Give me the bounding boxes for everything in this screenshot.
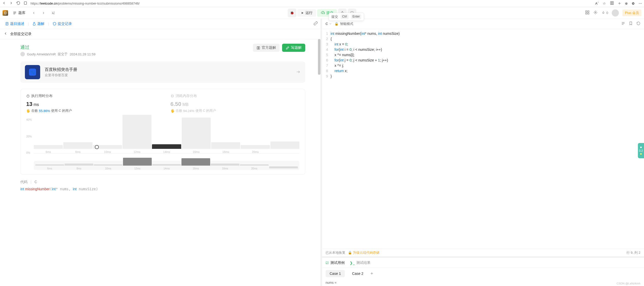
split-icon[interactable] [610, 1, 614, 6]
code-label: 代码 [20, 180, 27, 184]
runtime-stat[interactable]: 执行用时分布 13 ms 🖐 击败 55.86% 使用 C 的用户 [26, 94, 155, 113]
favorite-icon[interactable]: ☆ [603, 2, 606, 5]
extension-icon[interactable]: ✿ [632, 2, 635, 5]
user-avatar[interactable] [612, 9, 619, 17]
submitter-name[interactable]: Goofy AlmeidaVmR [27, 52, 56, 56]
forward-button[interactable] [9, 1, 13, 6]
code-preview: int missingNumber(int* nums, int numsSiz… [20, 187, 305, 191]
url-bar[interactable]: https://leetcode.cn/problems/missing-num… [30, 2, 592, 5]
addon-icon[interactable]: ⊕ [625, 2, 628, 5]
language-select[interactable]: C [326, 22, 332, 26]
back-to-list-button[interactable] [4, 31, 8, 36]
svg-rect-5 [586, 11, 587, 12]
left-tabs: 题目描述 | 题解 | 提交记录 [0, 19, 320, 29]
submissions-header: 全部提交记录 [0, 29, 320, 39]
code-editor[interactable]: 123456789 int missingNumber(int* nums, i… [322, 29, 644, 249]
svg-rect-0 [24, 2, 26, 5]
layout-button[interactable] [585, 10, 590, 15]
submitter-avatar-icon [20, 52, 25, 56]
watermark: CSDN @LaNzikinh [617, 282, 640, 285]
check-icon: ☑ [326, 261, 329, 265]
svg-rect-12 [171, 95, 173, 97]
code-lang: C [35, 180, 37, 184]
problems-library-button[interactable]: 题库 [10, 10, 28, 16]
arrow-right-icon [296, 69, 301, 75]
memory-stat[interactable]: 消耗内存分布 6.50 MB 🖐 击败 94.24% 使用 C 的用户 [171, 94, 300, 113]
svg-rect-6 [588, 11, 589, 12]
leetcode-logo[interactable]: ⟨⟩ [3, 10, 8, 16]
cursor-position: 行 9, 列 2 [626, 250, 640, 255]
run-button[interactable]: 运行 [297, 9, 316, 17]
feedback-widget[interactable]: 0.2 [638, 143, 644, 158]
random-problem-button[interactable] [49, 9, 57, 17]
editor-status-bar: 已从本地恢复 🔒 升级云端代码存储 行 9, 列 2 [322, 249, 644, 256]
text-size-icon[interactable]: A⁺ [595, 1, 599, 5]
lock-icon: 🔒 [348, 251, 352, 255]
format-button[interactable] [621, 21, 625, 26]
promo-image: 🐾 [25, 65, 40, 79]
share-link-icon[interactable] [313, 21, 318, 26]
promo-title: 百度秋招突击手册 [45, 67, 77, 72]
stats-card: 执行用时分布 13 ms 🖐 击败 55.86% 使用 C 的用户 [20, 89, 305, 175]
site-info-icon[interactable] [23, 1, 27, 6]
svg-point-9 [595, 12, 596, 13]
settings-button[interactable] [593, 10, 598, 15]
restore-notice: 已从本地恢复 [326, 250, 345, 255]
submit-tooltip: 提交 Ctrl Enter [329, 13, 364, 21]
test-input-label: nums = [322, 279, 644, 286]
smart-mode-indicator[interactable]: 🔒 智能模式 [334, 22, 353, 26]
official-solution-button[interactable]: 官方题解 [253, 44, 280, 52]
chart-marker [95, 145, 99, 149]
svg-rect-8 [588, 13, 589, 14]
promo-subtitle: 众里寻你签百度 [45, 73, 77, 77]
refresh-button[interactable] [16, 1, 20, 6]
app-toolbar: ⟨⟩ 题库 🐞 运行 提交 0 Plus 会员 [0, 7, 644, 19]
runtime-chart: 40% 20% 0% 6ms8ms10ms12ms14ms16ms18ms20m… [26, 118, 299, 159]
tab-description[interactable]: 题目描述 [3, 20, 27, 28]
next-problem-button[interactable] [40, 10, 47, 16]
svg-rect-1 [610, 2, 612, 5]
submissions-title: 全部提交记录 [10, 32, 32, 36]
runtime-mini-chart[interactable]: 6ms8ms10ms12ms14ms16ms18ms20ms [26, 161, 299, 170]
collections-icon[interactable]: ✧ [618, 2, 621, 5]
more-icon[interactable]: ⋯ [639, 2, 642, 5]
promo-card[interactable]: 🐾 百度秋招突击手册 众里寻你签百度 [20, 61, 305, 83]
reset-button[interactable] [636, 21, 640, 26]
browser-bar: https://leetcode.cn/problems/missing-num… [0, 0, 644, 7]
plus-badge[interactable]: Plus 会员 [622, 10, 641, 16]
test-results-tab[interactable]: ❯_ 测试结果 [350, 261, 371, 265]
add-case-button[interactable]: + [371, 271, 373, 276]
case-2-chip[interactable]: Case 2 [348, 270, 367, 277]
test-cases-tab[interactable]: ☑ 测试用例 [326, 261, 345, 265]
svg-rect-2 [612, 2, 614, 5]
test-panel-tabs: ☑ 测试用例 ❯_ 测试结果 [322, 258, 644, 268]
back-button[interactable] [2, 1, 6, 6]
tab-solution[interactable]: 题解 [30, 20, 47, 28]
prev-problem-button[interactable] [30, 10, 38, 16]
scrollbar-thumb[interactable] [318, 39, 320, 75]
editor-toolbar: C 🔒 智能模式 [322, 19, 644, 29]
lock-icon: 🔒 [334, 22, 339, 26]
svg-rect-7 [586, 13, 587, 14]
debug-button[interactable]: 🐞 [288, 9, 296, 17]
hand-icon: 🖐 [26, 109, 30, 113]
bookmark-button[interactable] [629, 21, 633, 26]
cloud-upgrade-link[interactable]: 🔒 升级云端代码存储 [348, 250, 379, 255]
case-selector: Case 1 Case 2 + [322, 268, 644, 279]
streak-indicator[interactable]: 0 [601, 11, 608, 15]
submission-meta: Goofy AlmeidaVmR 提交于 2024.01.28 11:59 [20, 52, 305, 56]
terminal-icon: ❯_ [350, 261, 355, 265]
write-solution-button[interactable]: 写题解 [282, 44, 305, 52]
case-1-chip[interactable]: Case 1 [326, 270, 345, 277]
tab-submissions[interactable]: 提交记录 [50, 20, 74, 28]
